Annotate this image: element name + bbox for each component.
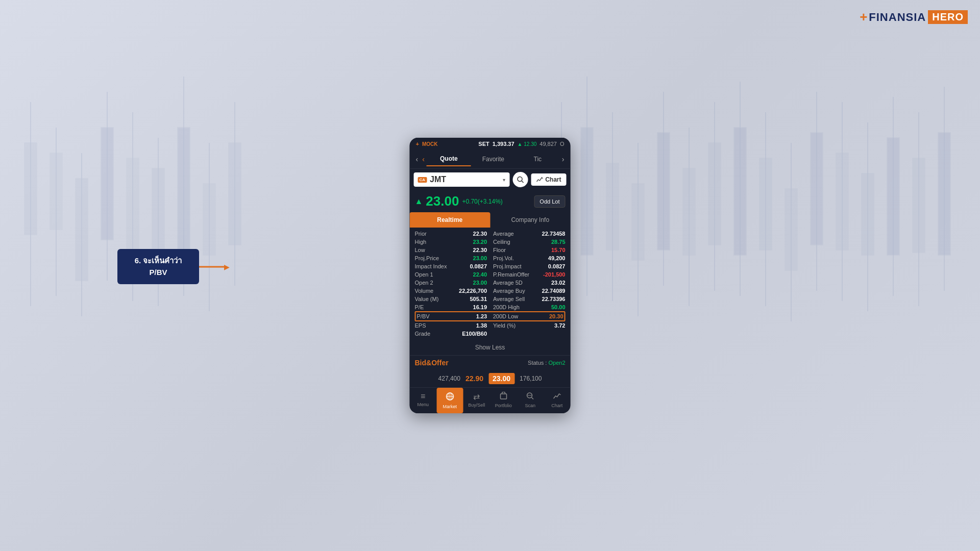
annotation-box: 6. จะเห็นคำว่า P/BV	[117, 249, 199, 284]
svg-rect-45	[887, 138, 899, 255]
bid-price: 22.90	[462, 374, 486, 383]
svg-rect-25	[632, 184, 644, 260]
bid-offer-row: 427,400 22.90 23.00 176,100	[410, 370, 571, 387]
svg-rect-3	[50, 153, 62, 230]
mock-tag: MOCK	[422, 141, 438, 147]
price-row: ▲ 23.00 +0.70(+3.14%) Odd Lot	[410, 190, 571, 212]
svg-rect-21	[581, 128, 593, 255]
ask-price: 23.00	[488, 373, 514, 384]
table-row: Open 122.40 P.RemainOffer-201,500	[415, 270, 566, 279]
back-arrow[interactable]: ‹	[414, 154, 421, 164]
forward-arrow[interactable]: ›	[560, 154, 567, 164]
svg-rect-37	[785, 189, 797, 270]
svg-rect-47	[913, 158, 925, 253]
svg-rect-43	[862, 173, 874, 255]
status-bar: + MOCK SET 1,393.37 ▲ 12.30 49,827 O	[410, 138, 571, 150]
table-row: Volume22,226,700 Average Buy22.74089	[415, 287, 566, 295]
table-row: Open 223.00 Average 5D23.02	[415, 279, 566, 287]
logo: + FINANSIA HERO	[860, 9, 968, 25]
svg-rect-23	[606, 163, 619, 250]
market-icon	[445, 392, 454, 403]
svg-rect-9	[127, 158, 139, 250]
table-row: High23.20 Ceiling28.75	[415, 238, 566, 246]
svg-point-50	[518, 177, 522, 182]
indicator: O	[560, 141, 565, 147]
svg-rect-31	[708, 143, 721, 245]
nav-portfolio-label: Portfolio	[495, 403, 512, 408]
data-tabs: Realtime Company Info	[410, 212, 571, 228]
nav-portfolio[interactable]: Portfolio	[490, 388, 517, 413]
data-table: Prior22.30 Average22.73458 High23.20 Cei…	[410, 228, 571, 340]
chart-button[interactable]: Chart	[531, 173, 566, 186]
svg-rect-56	[500, 394, 506, 399]
volume-value: 49,827	[540, 141, 557, 147]
chart-button-label: Chart	[545, 176, 561, 183]
table-row: P/E16.19 200D High50.00	[415, 303, 566, 311]
annotation-arrow	[199, 262, 230, 272]
finansia-icon: +	[416, 141, 419, 147]
annotation-text-line2: P/BV	[149, 268, 167, 277]
nav-market[interactable]: Market	[436, 388, 463, 413]
svg-rect-11	[152, 168, 164, 250]
price-up-icon: ▲	[415, 197, 423, 206]
table-row: Impact Index0.0827 Proj.Impact0.0827	[415, 262, 566, 270]
search-button[interactable]	[512, 172, 528, 187]
chart-icon	[553, 392, 561, 402]
tab-ticker[interactable]: Tic	[516, 153, 560, 166]
table-row: Prior22.30 Average22.73458	[415, 230, 566, 238]
nav-buysell-label: Buy/Sell	[468, 403, 485, 408]
nav-tabs: ‹ ‹ Quote Favorite Tic ›	[410, 150, 571, 169]
tab-realtime[interactable]: Realtime	[410, 212, 491, 228]
table-row: Value (M)505.31 Average Sell22.73396	[415, 295, 566, 303]
bid-offer-header: Bid&Offer Status : Open2	[410, 355, 571, 370]
pbv-row: P/BV1.23 200D Low20.30	[415, 311, 566, 321]
svg-rect-27	[657, 133, 670, 250]
nav-scan-label: Scan	[525, 403, 535, 408]
bid-volume: 427,400	[415, 375, 460, 382]
search-row: CA JMT ▾ Chart	[410, 169, 571, 190]
odd-lot-button[interactable]: Odd Lot	[534, 195, 565, 208]
index-change: ▲ 12.30	[518, 141, 537, 147]
nav-scan[interactable]: Scan	[517, 388, 544, 413]
nav-menu-label: Menu	[417, 402, 429, 407]
tab-quote[interactable]: Quote	[427, 152, 471, 166]
svg-rect-5	[76, 179, 88, 281]
buysell-icon: ⇄	[473, 392, 480, 402]
svg-line-51	[522, 181, 524, 183]
svg-rect-35	[760, 158, 772, 250]
logo-hero: HERO	[928, 10, 968, 24]
show-less-button[interactable]: Show Less	[410, 340, 571, 355]
svg-rect-39	[811, 133, 823, 245]
nav-buysell[interactable]: ⇄ Buy/Sell	[463, 388, 491, 413]
nav-chart[interactable]: Chart	[544, 388, 571, 413]
back-arrow-orange[interactable]: ‹	[420, 154, 427, 164]
svg-rect-13	[178, 128, 190, 255]
svg-rect-15	[203, 184, 215, 255]
table-row: GradeE100/B60	[415, 330, 566, 338]
svg-rect-7	[101, 128, 113, 240]
portfolio-icon	[499, 392, 507, 402]
nav-menu[interactable]: ≡ Menu	[410, 388, 437, 413]
scan-icon	[526, 392, 534, 402]
tab-favorite[interactable]: Favorite	[471, 153, 516, 166]
table-row: EPS1.38 Yield (%)3.72	[415, 321, 566, 330]
price-change: +0.70(+3.14%)	[462, 198, 502, 205]
svg-rect-17	[229, 143, 241, 245]
bid-offer-title: Bid&Offer	[415, 359, 449, 367]
ask-volume: 176,100	[517, 375, 565, 382]
logo-plus-icon: +	[860, 9, 868, 25]
table-row: Proj.Price23.00 Proj.Vol.49,200	[415, 254, 566, 262]
svg-rect-49	[938, 133, 950, 255]
index-value: 1,393.37	[493, 141, 514, 147]
svg-rect-29	[683, 168, 695, 255]
nav-chart-label: Chart	[551, 403, 562, 408]
menu-icon: ≡	[421, 392, 425, 401]
stock-selector[interactable]: CA JMT ▾	[414, 172, 510, 187]
status-label: Status : Open2	[528, 360, 565, 366]
nav-market-label: Market	[443, 404, 457, 409]
svg-rect-33	[734, 128, 746, 255]
tab-company-info[interactable]: Company Info	[490, 212, 571, 228]
svg-line-58	[532, 397, 534, 399]
dropdown-arrow-icon: ▾	[503, 177, 505, 183]
phone-mockup: + MOCK SET 1,393.37 ▲ 12.30 49,827 O ‹ ‹…	[410, 138, 571, 413]
